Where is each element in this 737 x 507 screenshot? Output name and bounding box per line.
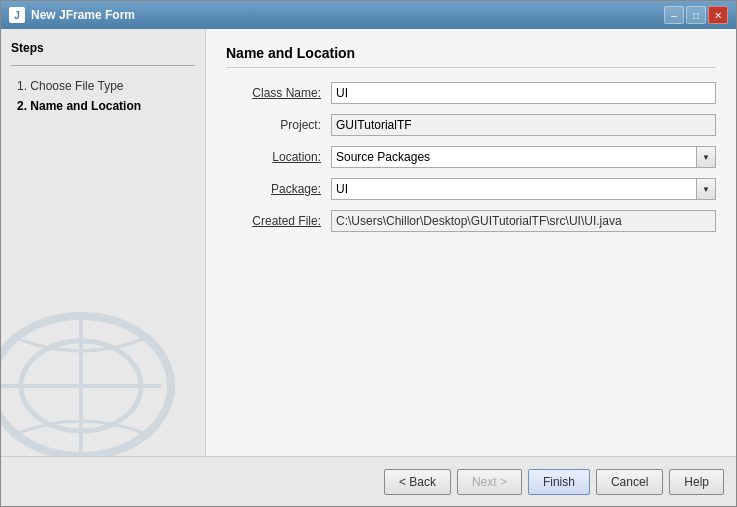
class-name-row: Class Name:	[226, 82, 716, 104]
title-bar-buttons: – □ ✕	[664, 6, 728, 24]
package-label: Package:	[226, 182, 331, 196]
footer: < Back Next > Finish Cancel Help	[1, 456, 736, 506]
window-title: New JFrame Form	[31, 8, 664, 22]
sidebar-title: Steps	[11, 41, 195, 55]
back-button[interactable]: < Back	[384, 469, 451, 495]
package-dropdown[interactable]: ▼	[331, 178, 716, 200]
main-panel: Name and Location Class Name: Project: L…	[206, 29, 736, 456]
close-button[interactable]: ✕	[708, 6, 728, 24]
panel-spacer	[226, 242, 716, 440]
sidebar-divider	[11, 65, 195, 66]
sidebar: Steps 1. Choose File Type 2. Name and Lo…	[1, 29, 206, 456]
title-bar: J New JFrame Form – □ ✕	[1, 1, 736, 29]
panel-title: Name and Location	[226, 45, 716, 68]
window-icon: J	[9, 7, 25, 23]
location-dropdown-btn[interactable]: ▼	[696, 146, 716, 168]
sidebar-item-name-and-location: 2. Name and Location	[11, 96, 195, 116]
created-file-row: Created File: C:\Users\Chillor\Desktop\G…	[226, 210, 716, 232]
created-file-label: Created File:	[226, 214, 331, 228]
project-input	[331, 114, 716, 136]
next-button[interactable]: Next >	[457, 469, 522, 495]
sidebar-item-choose-file-type: 1. Choose File Type	[11, 76, 195, 96]
location-row: Location: ▼	[226, 146, 716, 168]
created-file-value: C:\Users\Chillor\Desktop\GUITutorialTF\s…	[331, 210, 716, 232]
class-name-input[interactable]	[331, 82, 716, 104]
location-dropdown[interactable]: ▼	[331, 146, 716, 168]
location-label: Location:	[226, 150, 331, 164]
window: J New JFrame Form – □ ✕ Steps 1. Choose …	[0, 0, 737, 507]
project-label: Project:	[226, 118, 331, 132]
finish-button[interactable]: Finish	[528, 469, 590, 495]
package-row: Package: ▼	[226, 178, 716, 200]
minimize-button[interactable]: –	[664, 6, 684, 24]
project-row: Project:	[226, 114, 716, 136]
class-name-label: Class Name:	[226, 86, 331, 100]
sidebar-watermark	[1, 306, 181, 456]
location-input[interactable]	[331, 146, 696, 168]
content-area: Steps 1. Choose File Type 2. Name and Lo…	[1, 29, 736, 456]
maximize-button[interactable]: □	[686, 6, 706, 24]
package-input[interactable]	[331, 178, 696, 200]
package-dropdown-btn[interactable]: ▼	[696, 178, 716, 200]
cancel-button[interactable]: Cancel	[596, 469, 663, 495]
help-button[interactable]: Help	[669, 469, 724, 495]
